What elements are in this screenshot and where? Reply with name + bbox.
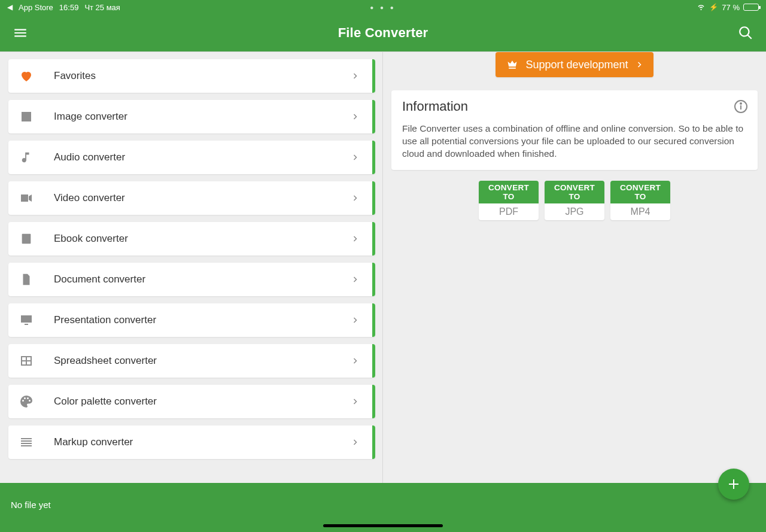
- heart-icon: [18, 68, 35, 84]
- accent-bar: [372, 385, 375, 418]
- table-icon: [18, 352, 35, 369]
- bottom-bar: No file yet: [0, 483, 766, 532]
- converter-item-monitor[interactable]: Presentation converter: [8, 303, 375, 337]
- converter-item-image[interactable]: Image converter: [8, 100, 375, 133]
- menu-button[interactable]: [11, 23, 30, 42]
- palette-icon: [18, 393, 35, 410]
- converter-label: Ebook converter: [54, 233, 128, 245]
- status-bar: ◀ App Store 16:59 Чт 25 мая ● ● ● ⚡ 77 %: [0, 0, 766, 14]
- add-file-fab[interactable]: [718, 469, 749, 500]
- accent-bar: [372, 59, 375, 93]
- lines-icon: [18, 434, 35, 451]
- converter-item-video[interactable]: Video converter: [8, 181, 375, 215]
- home-indicator[interactable]: [323, 524, 443, 527]
- search-icon: [738, 25, 753, 41]
- support-label: Support development: [525, 59, 628, 71]
- converter-item-document[interactable]: Document converter: [8, 263, 375, 296]
- convert-chip-caption: CONVERT TO: [545, 181, 604, 203]
- chevron-right-icon: [351, 355, 358, 366]
- search-button[interactable]: [736, 23, 755, 42]
- right-pane: Support development Information File Con…: [383, 52, 766, 483]
- convert-to-pdf-button[interactable]: CONVERT TOPDF: [479, 181, 539, 220]
- converter-item-music-note[interactable]: Audio converter: [8, 141, 375, 174]
- document-icon: [18, 271, 35, 288]
- chevron-right-icon: [351, 111, 358, 122]
- converter-label: Image converter: [54, 111, 127, 123]
- svg-point-2: [740, 103, 741, 104]
- video-icon: [18, 190, 35, 206]
- chevron-right-icon: [351, 315, 358, 326]
- convert-to-jpg-button[interactable]: CONVERT TOJPG: [545, 181, 604, 220]
- status-right: ⚡ 77 %: [697, 3, 759, 12]
- main-content: FavoritesImage converterAudio converterV…: [0, 51, 766, 483]
- converter-label: Markup converter: [54, 436, 133, 448]
- accent-bar: [372, 303, 375, 337]
- chevron-right-icon: [351, 152, 358, 163]
- convert-chip-caption: CONVERT TO: [479, 181, 539, 203]
- plus-icon: [727, 477, 741, 491]
- convert-chip-target: PDF: [479, 203, 539, 220]
- app-bar: File Converter: [0, 14, 766, 51]
- accent-bar: [372, 222, 375, 256]
- converter-label: Spreadsheet converter: [54, 355, 157, 367]
- converter-label: Color palette converter: [54, 396, 157, 408]
- information-title: Information: [402, 99, 734, 114]
- converter-label: Audio converter: [54, 151, 125, 163]
- info-icon[interactable]: [734, 99, 748, 114]
- image-icon: [18, 108, 35, 125]
- information-body: File Converter uses a combination of off…: [402, 123, 748, 160]
- convert-chip-caption: CONVERT TO: [610, 181, 670, 203]
- convert-to-mp4-button[interactable]: CONVERT TOMP4: [610, 181, 670, 220]
- page-title: File Converter: [338, 25, 428, 41]
- chevron-right-icon: [351, 233, 358, 244]
- back-caret-icon[interactable]: ◀: [7, 3, 13, 11]
- accent-bar: [372, 344, 375, 378]
- converter-label: Favorites: [54, 70, 96, 82]
- crown-icon: [506, 59, 518, 71]
- chevron-right-icon: [351, 71, 358, 81]
- converter-item-heart[interactable]: Favorites: [8, 59, 375, 93]
- accent-bar: [372, 100, 375, 133]
- accent-bar: [372, 425, 375, 459]
- chevron-right-icon: [636, 60, 643, 69]
- status-back-label[interactable]: App Store: [19, 3, 53, 12]
- monitor-icon: [18, 312, 35, 329]
- converter-label: Presentation converter: [54, 314, 156, 326]
- bottom-status-text: No file yet: [11, 500, 51, 510]
- convert-to-row: CONVERT TOPDFCONVERT TOJPGCONVERT TOMP4: [391, 181, 758, 220]
- accent-bar: [372, 181, 375, 215]
- converter-item-lines[interactable]: Markup converter: [8, 425, 375, 459]
- status-date: Чт 25 мая: [84, 3, 120, 12]
- battery-icon: [743, 4, 759, 11]
- accent-bar: [372, 141, 375, 174]
- converter-list: FavoritesImage converterAudio converterV…: [0, 52, 383, 483]
- chevron-right-icon: [351, 396, 358, 407]
- convert-chip-target: JPG: [545, 203, 604, 220]
- converter-label: Document converter: [54, 273, 145, 285]
- hamburger-icon: [13, 25, 28, 41]
- status-time: 16:59: [59, 3, 79, 12]
- information-card: Information File Converter uses a combin…: [391, 90, 758, 170]
- wifi-icon: [697, 4, 706, 11]
- music-note-icon: [18, 149, 35, 166]
- support-development-button[interactable]: Support development: [496, 52, 653, 77]
- status-left: ◀ App Store 16:59 Чт 25 мая: [7, 3, 120, 12]
- converter-label: Video converter: [54, 192, 125, 204]
- chevron-right-icon: [351, 274, 358, 285]
- multitask-dots-icon[interactable]: ● ● ●: [370, 4, 396, 11]
- accent-bar: [372, 263, 375, 296]
- charging-icon: ⚡: [709, 3, 718, 11]
- battery-percent: 77 %: [722, 3, 740, 12]
- converter-item-table[interactable]: Spreadsheet converter: [8, 344, 375, 378]
- convert-chip-target: MP4: [610, 203, 670, 220]
- converter-item-palette[interactable]: Color palette converter: [8, 385, 375, 418]
- chevron-right-icon: [351, 437, 358, 448]
- book-icon: [18, 230, 35, 247]
- chevron-right-icon: [351, 193, 358, 203]
- converter-item-book[interactable]: Ebook converter: [8, 222, 375, 256]
